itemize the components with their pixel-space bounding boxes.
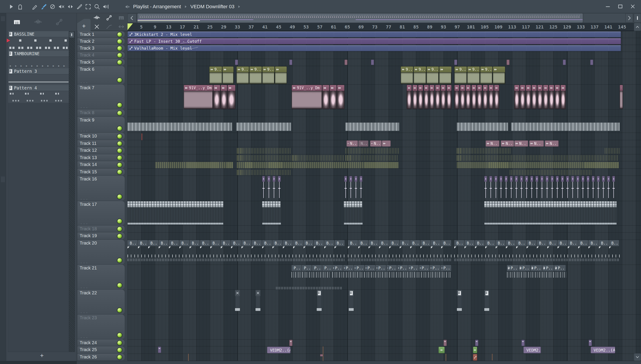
mini-clip[interactable] xyxy=(235,60,238,65)
track-header[interactable]: Track 21... xyxy=(78,265,125,289)
pattern-clip[interactable]: B.. xyxy=(169,240,179,246)
narrow-pattern-clip[interactable] xyxy=(457,290,462,313)
pattern-clip[interactable]: P.. xyxy=(292,265,301,271)
narrow-pattern-clip[interactable] xyxy=(317,290,322,313)
downlifter-clip[interactable] xyxy=(515,176,518,182)
audio-clip[interactable] xyxy=(483,85,488,109)
red-automation-clip[interactable] xyxy=(473,354,477,361)
mini-clip[interactable] xyxy=(344,60,348,65)
tool-nullify-button[interactable] xyxy=(48,2,57,11)
audio-clip[interactable] xyxy=(477,85,482,109)
tool-slice-button[interactable] xyxy=(75,2,84,11)
pattern-clip[interactable]: B.. xyxy=(526,240,536,246)
mini-clip[interactable] xyxy=(454,60,457,65)
corner-automation-button[interactable] xyxy=(103,14,115,22)
pattern-clip[interactable]: B.. xyxy=(190,240,200,246)
scrollbar-options-button[interactable] xyxy=(634,14,641,22)
pattern-clip[interactable]: B.. xyxy=(379,240,389,246)
track-mute-led[interactable] xyxy=(117,60,122,65)
vedm-audio-clip[interactable]: VEDM2..(A) xyxy=(591,347,615,353)
track-header[interactable]: Track 25 xyxy=(78,346,125,353)
pattern-clip[interactable]: B.. xyxy=(441,240,451,246)
pattern-clip[interactable]: B.. xyxy=(588,240,598,246)
downlifter-clip[interactable] xyxy=(587,176,589,182)
pattern-clip[interactable]: B.. xyxy=(348,240,358,246)
track-header[interactable]: Track 7... xyxy=(78,84,125,109)
mini-clip[interactable] xyxy=(590,60,593,65)
audio-clip[interactable]: N.. xyxy=(358,140,368,146)
pattern-clip[interactable]: B.. xyxy=(210,240,220,246)
audio-clip[interactable]: 9.. xyxy=(400,66,413,84)
pattern-list[interactable]: BASSLINETAMBOURINE▸ ▸ ▸ ▸ ▸ ▸ ▸ ▸ ▸ ▸ ▸ … xyxy=(8,31,70,352)
mini-audio-clip[interactable] xyxy=(289,340,292,346)
audio-clip[interactable]: 9.. xyxy=(209,66,222,84)
audio-clip[interactable] xyxy=(466,85,471,109)
pattern-clip-group[interactable] xyxy=(128,201,223,224)
track-mute-led[interactable] xyxy=(117,78,122,82)
playlist-grid[interactable]: 3Kickstart 2 - Mix levelFast LP - Insert… xyxy=(128,31,641,361)
track-mute-led[interactable] xyxy=(117,194,122,199)
audio-clip[interactable] xyxy=(526,85,531,109)
pattern-clip[interactable]: P.. xyxy=(430,265,440,271)
downlifter-clip[interactable] xyxy=(571,176,574,182)
pattern-clip[interactable]: B.. xyxy=(410,240,420,246)
narrow-pattern-clip[interactable] xyxy=(484,290,489,313)
audio-clip[interactable] xyxy=(537,85,542,109)
downlifter-clip[interactable] xyxy=(592,176,594,182)
scroll-left-button[interactable] xyxy=(128,14,136,22)
audio-clip[interactable]: 9.. xyxy=(414,66,426,84)
pattern-clip[interactable]: P.. xyxy=(419,265,430,271)
pattern-clip[interactable]: B.. xyxy=(464,240,474,246)
track-header[interactable]: Track 10 xyxy=(78,133,125,140)
audio-clip[interactable]: 9.. xyxy=(426,66,439,84)
audio-clip[interactable] xyxy=(549,85,554,109)
pattern-clip[interactable]: B.. xyxy=(389,240,399,246)
downlifter-clip[interactable] xyxy=(551,176,554,182)
pattern-clip[interactable]: B.. xyxy=(485,240,495,246)
horizontal-scroll-strip[interactable] xyxy=(128,13,641,23)
corner-slide-button[interactable] xyxy=(103,22,115,31)
audio-clip[interactable]: N.. xyxy=(514,140,528,146)
audio-clip[interactable]: 9.. xyxy=(249,66,262,84)
pattern-item-header[interactable]: Pattern 3 xyxy=(8,68,69,74)
audio-clip[interactable] xyxy=(337,85,344,109)
narrow-pattern-clip[interactable] xyxy=(235,290,240,313)
preview-speaker-icon[interactable] xyxy=(125,3,130,10)
downlifter-clip[interactable] xyxy=(546,176,548,182)
downlifter-clip[interactable] xyxy=(262,176,265,182)
downlifter-clip[interactable] xyxy=(510,176,512,182)
audio-clip[interactable]: 9.. xyxy=(454,66,467,84)
track-header[interactable]: Track 8 xyxy=(78,110,125,116)
downlifter-clip[interactable] xyxy=(536,176,538,182)
pattern-item[interactable]: TAMBOURINE▸ ▸ ▸ ▸ ▸ ▸ ▸ ▸ ▸ ▸ ▸ ▸ ▸ ▸ ▸ … xyxy=(8,51,69,68)
pattern-item-header[interactable]: Pattern 4 xyxy=(8,85,69,91)
pattern-clip[interactable]: B.. xyxy=(558,240,567,246)
mini-clip[interactable] xyxy=(289,60,292,65)
audio-clip[interactable] xyxy=(382,140,390,146)
audio-clip[interactable]: 9.. xyxy=(467,66,480,84)
timeline-ruler[interactable]: 5913172125293337414549535761656973778185… xyxy=(128,23,634,31)
scroll-down-button[interactable] xyxy=(634,353,641,361)
pattern-clip[interactable]: B.. xyxy=(496,240,506,246)
mini-audio-clip[interactable] xyxy=(522,340,524,346)
pattern-clip[interactable]: B.. xyxy=(200,240,210,246)
downlifter-clip[interactable] xyxy=(278,176,281,182)
pattern-clip[interactable]: P.. xyxy=(397,265,408,271)
audio-clip[interactable]: 91V_..y_Dm xyxy=(184,85,213,109)
pattern-clip[interactable]: B.. xyxy=(454,240,464,246)
track-mute-led[interactable] xyxy=(117,227,122,232)
pattern-clip[interactable]: B.. xyxy=(324,240,334,246)
pattern-clip[interactable]: P.. xyxy=(408,265,419,271)
downlifter-clip[interactable] xyxy=(350,176,352,182)
track-options-dots[interactable]: ... xyxy=(80,128,88,132)
track-options-dots[interactable]: ... xyxy=(80,196,88,200)
tool-stretch-button[interactable] xyxy=(66,2,75,11)
audio-clip[interactable]: 91V_..y_Dm xyxy=(292,85,322,109)
mini-clip[interactable] xyxy=(506,60,510,65)
track-header[interactable]: Track 20... xyxy=(78,240,125,264)
track-mute-led[interactable] xyxy=(117,348,122,352)
pattern-clip[interactable]: B.. xyxy=(252,240,262,246)
downlifter-clip[interactable] xyxy=(360,176,362,182)
mini-audio-clip[interactable] xyxy=(589,340,592,346)
mini-audio-clip[interactable] xyxy=(158,347,161,353)
